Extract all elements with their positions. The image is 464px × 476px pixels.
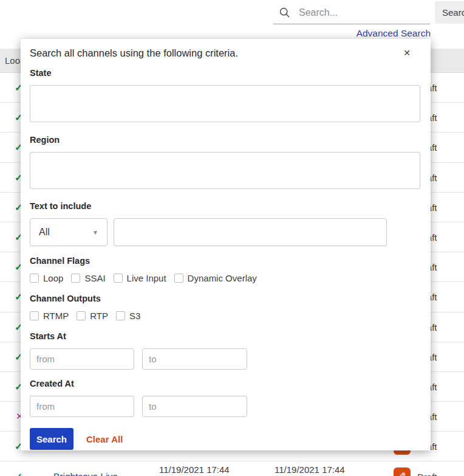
channel-flag-checkbox[interactable]: Loop	[30, 273, 63, 283]
channel-flag-checkbox[interactable]: SSAI	[71, 273, 105, 283]
checkbox-icon[interactable]	[174, 274, 183, 283]
created-at-to-input[interactable]	[142, 396, 247, 417]
checkbox-label: S3	[129, 311, 140, 321]
advanced-search-modal: Search all channels using the following …	[21, 39, 431, 450]
channel-output-checkbox[interactable]: RTMP	[30, 311, 69, 321]
channel-name-link[interactable]: Brightcove Live	[53, 471, 118, 476]
starts-at-label: Starts At	[30, 332, 420, 341]
checkbox-label: Dynamic Overlay	[188, 273, 257, 283]
global-search	[273, 2, 430, 24]
channel-flags-label: Channel Flags	[30, 257, 420, 266]
clear-all-button[interactable]: Clear All	[86, 434, 123, 444]
page: Search Advanced Search Loop ✓ Draft ✓	[0, 0, 464, 476]
chevron-down-icon: ▼	[92, 229, 98, 236]
checkbox-icon[interactable]	[114, 274, 123, 283]
text-match-selected-value: All	[39, 227, 50, 238]
advanced-search-link[interactable]: Advanced Search	[357, 28, 431, 39]
checkbox-label: SSAI	[84, 273, 105, 283]
created-cell: 11/19/2021 17:44	[275, 464, 345, 475]
updated-date: 11/19/2021 17:44	[159, 464, 230, 475]
region-label: Region	[30, 136, 420, 145]
search-icon	[279, 7, 290, 18]
channel-outputs-label: Channel Outputs	[30, 294, 420, 303]
checkbox-icon[interactable]	[30, 274, 39, 283]
created-at-from-input[interactable]	[30, 396, 134, 417]
created-at-label: Created At	[30, 379, 420, 388]
channel-output-checkbox[interactable]: RTP	[77, 311, 108, 321]
channel-output-checkbox[interactable]: S3	[116, 311, 140, 321]
modal-search-button[interactable]: Search	[30, 428, 73, 450]
checkbox-icon[interactable]	[30, 311, 39, 320]
channel-flag-checkbox[interactable]: Dynamic Overlay	[174, 273, 257, 283]
channel-outputs-group: RTMP RTP S3	[30, 311, 420, 321]
checkbox-icon[interactable]	[77, 311, 86, 320]
checkbox-label: RTMP	[43, 311, 69, 321]
close-icon[interactable]: ✕	[401, 47, 413, 59]
text-to-include-label: Text to include	[30, 202, 420, 211]
search-input[interactable]	[299, 7, 408, 18]
checkbox-label: Live Input	[127, 273, 166, 283]
channel-flags-group: Loop SSAI Live Input Dynamic Overlay	[30, 273, 420, 283]
checkbox-icon[interactable]	[71, 274, 80, 283]
created-date: 11/19/2021 17:44	[275, 464, 345, 475]
state-textarea[interactable]	[30, 85, 420, 122]
starts-at-to-input[interactable]	[142, 348, 247, 370]
checkbox-icon[interactable]	[116, 311, 125, 320]
checkbox-label: RTP	[90, 311, 108, 321]
table-row[interactable]: ✓ Brightcove Live 11/19/2021 17:44 11/19…	[0, 461, 464, 476]
updated-cell: 11/19/2021 17:44	[159, 464, 230, 475]
checkbox-label: Loop	[43, 273, 63, 283]
starts-at-from-input[interactable]	[30, 348, 134, 370]
state-label: State	[30, 69, 420, 78]
region-textarea[interactable]	[30, 152, 420, 189]
modal-title: Search all channels using the following …	[30, 47, 238, 59]
check-icon: ✓	[15, 471, 22, 476]
search-button[interactable]: Search	[435, 1, 464, 24]
pencil-icon: ✎	[398, 468, 406, 476]
channel-flag-checkbox[interactable]: Live Input	[114, 273, 166, 283]
text-match-select[interactable]: All ▼	[30, 218, 107, 246]
text-to-include-input[interactable]	[114, 218, 387, 246]
edit-channel-button[interactable]: ✎	[394, 467, 411, 476]
status-badge: Draft	[417, 471, 437, 476]
